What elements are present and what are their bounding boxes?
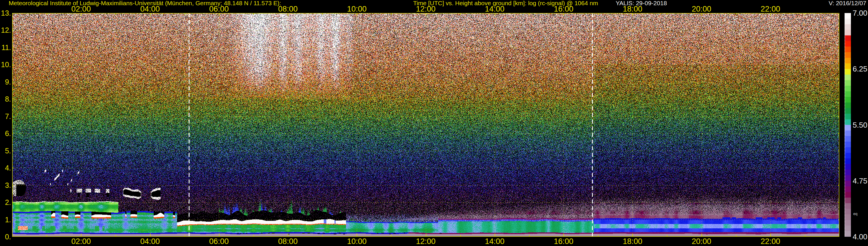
- time-label-top: 12:00: [416, 5, 436, 13]
- time-label-bottom: 08:00: [278, 237, 298, 246]
- time-label-bottom: 06:00: [209, 237, 229, 246]
- height-label: 4.: [0, 164, 11, 172]
- time-label-bottom: 12:00: [416, 237, 436, 246]
- time-label-bottom: 14:00: [485, 237, 505, 246]
- colorbar-tick-label: 5.50: [852, 121, 867, 129]
- height-label: 10.: [0, 60, 11, 69]
- colorbar-unit-note: eq: [853, 212, 857, 216]
- colorbar-tick-label: 4.00: [852, 233, 867, 241]
- time-label-top: 02:00: [71, 5, 91, 13]
- colorbar-tick-label: 7.00: [852, 9, 867, 18]
- header-version: V: 2016/12/07: [829, 1, 866, 6]
- height-label: 3.: [0, 181, 11, 189]
- height-label: 9.: [0, 78, 11, 86]
- lidar-quicklook-screen: Meteorological Institute of Ludwig-Maxim…: [0, 0, 868, 246]
- colorbar-tick-label: 4.75: [852, 177, 867, 185]
- colorbar-tick-label: 6.25: [852, 65, 867, 73]
- height-label: 2.: [0, 198, 11, 206]
- time-label-top: 22:00: [761, 5, 780, 13]
- time-label-bottom: 22:00: [761, 237, 780, 246]
- height-label: 5.: [0, 147, 11, 155]
- height-label: 6.: [0, 129, 11, 137]
- time-label-top: 08:00: [278, 5, 298, 13]
- time-label-top: 16:00: [554, 5, 574, 13]
- height-label: 1.: [0, 216, 11, 224]
- time-label-top: 18:00: [623, 5, 642, 13]
- colorbar-canvas: [844, 13, 851, 237]
- time-label-top: 04:00: [140, 5, 160, 13]
- time-label-bottom: 20:00: [692, 237, 711, 246]
- time-label-bottom: 04:00: [140, 237, 160, 246]
- time-label-bottom: 10:00: [347, 237, 367, 246]
- time-label-top: 14:00: [485, 5, 505, 13]
- time-label-top: 06:00: [209, 5, 229, 13]
- height-label: 0.: [0, 233, 11, 241]
- time-label-bottom: 02:00: [71, 237, 91, 246]
- time-label-top: 10:00: [347, 5, 367, 13]
- height-label: 11.: [0, 43, 11, 52]
- height-label: 12.: [0, 26, 11, 34]
- height-label: 7.: [0, 112, 11, 120]
- height-label: 8.: [0, 95, 11, 103]
- lidar-heatmap-canvas: [12, 13, 839, 237]
- time-label-bottom: 18:00: [623, 237, 642, 246]
- time-label-top: 20:00: [692, 5, 711, 13]
- time-label-bottom: 16:00: [554, 237, 574, 246]
- height-label: 13.: [0, 9, 11, 17]
